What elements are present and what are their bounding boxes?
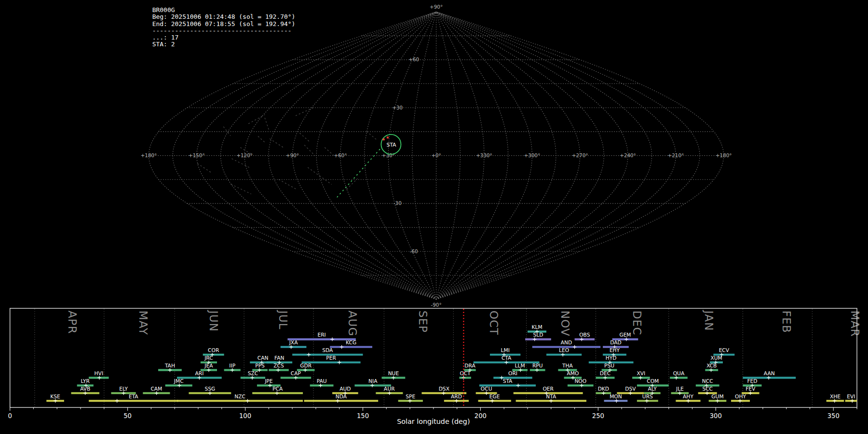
lon-label: +180° (716, 152, 732, 158)
shower-QUA: QUA (670, 370, 688, 380)
shower-label: EGE (489, 393, 500, 400)
shower-OBS: OBS (575, 332, 595, 341)
shower-RPU: RPU (530, 363, 545, 372)
month-label: APR (66, 311, 79, 334)
lon-label: +30° (382, 152, 395, 158)
tick-label: 150 (357, 412, 369, 420)
tick-label: 0 (8, 412, 12, 420)
shower-label: PCA (272, 386, 283, 392)
meteor-station-figure: BR000G Beg: 20251006 01:24:48 (sol = 192… (0, 0, 868, 434)
shower-label: FAN (274, 355, 284, 361)
shower-ARI: ARI (177, 370, 222, 380)
month-label: JUL (277, 310, 289, 330)
shower-label: RPU (532, 363, 543, 369)
meteor-trail (347, 179, 357, 190)
shower-bars: KLMERISLDOBSGEMJXAKCGANDDADCORSDALMILEOE… (46, 324, 857, 403)
sporadic-trails (198, 107, 377, 194)
shower-label: JRC (204, 355, 213, 361)
shower-label: OCT (460, 370, 471, 377)
shower-label: OCU (481, 386, 492, 392)
month-label: OCT (488, 311, 500, 336)
obs-begin-line: Beg: 20251006 01:24:48 (sol = 192.70°) (152, 13, 296, 20)
shower-label: OBS (579, 332, 590, 338)
shower-label: CAN (258, 355, 269, 361)
shower-label: KLM (531, 324, 542, 330)
shower-label: COR (208, 347, 219, 353)
month-label: NOV (559, 311, 571, 337)
shower-label: JMC (174, 378, 184, 384)
shower-label: THA (562, 363, 573, 369)
radiant-point (383, 138, 385, 140)
shower-label: HYD (606, 355, 617, 361)
meteor-trail (249, 115, 265, 123)
shower-NOO: NOO (568, 378, 594, 387)
shower-label: IIP (229, 363, 235, 369)
shower-label: DRA (464, 363, 475, 369)
meteor-trail (224, 127, 231, 136)
lat-label: +60 (408, 56, 419, 62)
lon-label: +150° (189, 152, 205, 158)
lon-label: +240° (620, 152, 636, 158)
shower-NTA: NTA (516, 393, 586, 403)
shower-label: XUM (710, 355, 722, 361)
shower-label: LEO (559, 347, 569, 353)
shower-label: KCG (346, 339, 356, 346)
month-label: MAY (137, 311, 149, 335)
shower-IIP: IIP (224, 363, 241, 372)
tick-label: 50 (123, 412, 132, 420)
shower-label: XVI (637, 370, 646, 377)
meteor-trail (270, 139, 283, 148)
obs-end-line: End: 20251006 07:18:55 (sol = 192.94°) (152, 20, 296, 27)
meteor-trail (198, 163, 212, 173)
shower-MON: MON (604, 393, 628, 403)
shower-PCA: PCA (252, 386, 303, 395)
shower-label: PSU (604, 363, 614, 369)
tick-label: 100 (239, 412, 251, 420)
shower-ZCS: ZCS (269, 363, 288, 372)
shower-CTA: CTA (474, 355, 540, 364)
month-label: FEB (780, 311, 793, 333)
shower-TAH: TAH (158, 363, 182, 372)
shower-label: DEC (600, 370, 610, 377)
shower-label: TAH (164, 363, 175, 369)
shower-label: PAU (317, 378, 327, 384)
sporadic-count: ...: 17 (152, 34, 179, 41)
shower-label: OHY (735, 393, 746, 400)
shower-label: SSG (204, 386, 215, 392)
station-id: BR000G (152, 6, 175, 14)
shower-label: NCC (702, 378, 713, 384)
shower-label: ELY (119, 386, 128, 392)
shower-label: LMI (501, 347, 510, 353)
tick-label: 300 (710, 412, 722, 420)
lon-label: +270° (572, 152, 588, 158)
shower-label: AAN (764, 370, 775, 377)
radiant-label: STA (386, 142, 396, 148)
shower-NUE: NUE (382, 370, 406, 380)
shower-XHE: XHE (827, 393, 844, 403)
shower-label: URS (642, 393, 653, 400)
month-label: SEP (417, 311, 429, 333)
shower-label: ERI (317, 332, 326, 338)
shower-label: NZC (234, 393, 245, 400)
shower-DKD: DKD (596, 386, 611, 395)
shower-label: JLE (676, 386, 684, 392)
month-label: DEC (631, 311, 643, 336)
shower-label: LYR (81, 378, 90, 384)
shower-label: PPS (255, 363, 265, 369)
shower-JMC: JMC (165, 378, 192, 387)
shower-label: SCC (702, 386, 713, 392)
shower-CAP: CAP (281, 370, 311, 380)
shower-label: JPE (264, 378, 273, 384)
shower-label: XCB (706, 363, 717, 369)
meteor-trail (232, 159, 249, 167)
shower-GUM: GUM (709, 393, 727, 403)
shower-label: MON (610, 393, 622, 400)
shower-label: CAP (291, 370, 301, 377)
shower-KCG: KCG (330, 339, 372, 349)
shower-label: ETA (129, 393, 138, 400)
lon-label: +300° (524, 152, 541, 158)
month-label: JUN (207, 310, 220, 332)
shower-label: AND (561, 339, 572, 346)
observation-info-block: BR000G Beg: 20251006 01:24:48 (sol = 192… (152, 6, 296, 48)
meteor-trail (308, 167, 332, 184)
